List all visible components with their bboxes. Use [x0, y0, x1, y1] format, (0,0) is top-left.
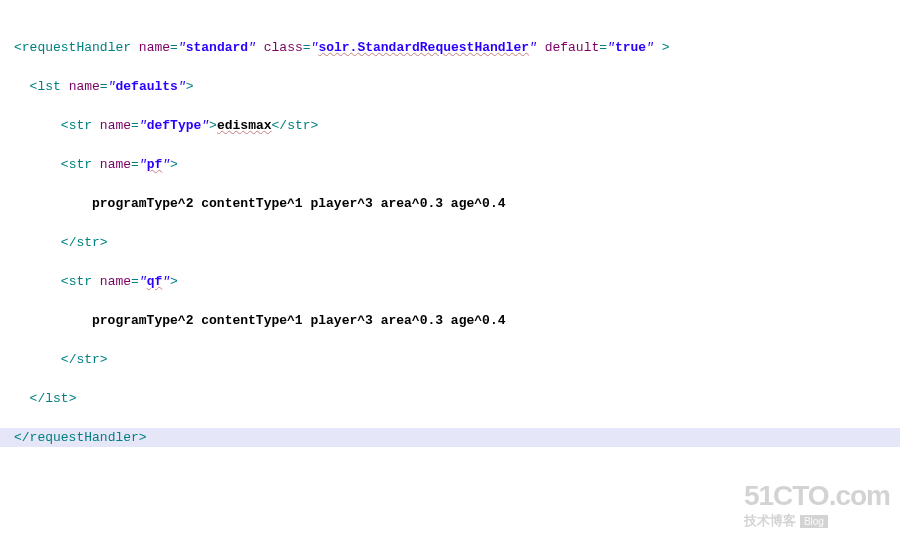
xml-code-block: <requestHandler name="standard" class="s…	[0, 0, 900, 467]
line-str-qf-open: <str name="qf">	[0, 272, 900, 292]
line-requesthandler-open: <requestHandler name="standard" class="s…	[0, 38, 900, 58]
watermark-sub-row: 技术博客Blog	[744, 512, 890, 530]
watermark-badge: Blog	[800, 515, 828, 528]
watermark-site: 51CTO.com	[744, 480, 890, 512]
line-str-deftype: <str name="defType">edismax</str>	[0, 116, 900, 136]
line-str-pf-open: <str name="pf">	[0, 155, 900, 175]
watermark: 51CTO.com 技术博客Blog	[744, 480, 890, 530]
watermark-subtitle: 技术博客	[744, 513, 796, 528]
line-requesthandler-close: </requestHandler>	[0, 428, 900, 448]
line-str-qf-content: programType^2 contentType^1 player^3 are…	[0, 311, 900, 331]
line-str-qf-close: </str>	[0, 350, 900, 370]
line-str-pf-content: programType^2 contentType^1 player^3 are…	[0, 194, 900, 214]
line-lst-close: </lst>	[0, 389, 900, 409]
line-str-pf-close: </str>	[0, 233, 900, 253]
line-lst-open: <lst name="defaults">	[0, 77, 900, 97]
